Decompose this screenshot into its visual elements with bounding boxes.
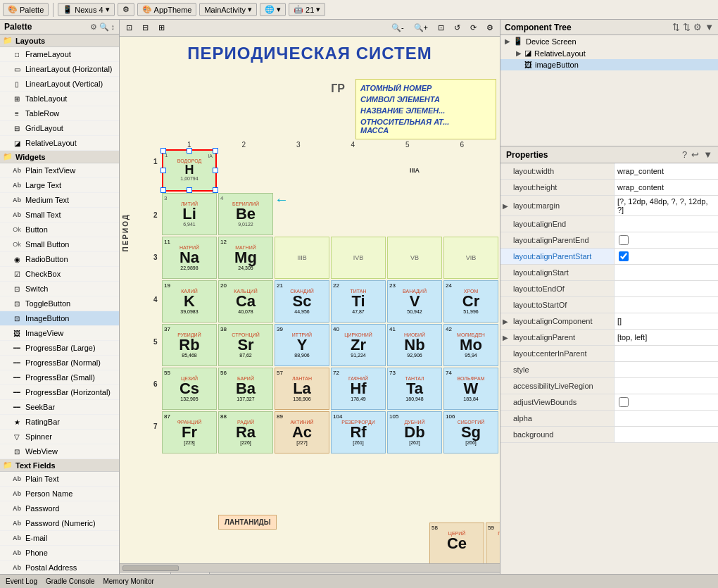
alignparentend-checkbox[interactable] [619, 235, 629, 245]
event-log-btn[interactable]: Event Log [6, 577, 37, 585]
element-ti-cell[interactable]: 22 ТИТАН Ti 47,87 [331, 280, 386, 323]
device-btn[interactable]: 📱 Nexus 4 ▾ [58, 3, 114, 16]
palette-item-progressbar-small[interactable]: ━━ ProgressBar (Small) [0, 370, 119, 385]
canvas-shrink-btn[interactable]: ⊟ [139, 21, 152, 35]
element-fr-cell[interactable]: 87 ФРАНЦИЙ Fr [223] [162, 411, 217, 453]
adjustviewbounds-checkbox[interactable] [619, 397, 629, 407]
palette-section-widgets[interactable]: 📁 Widgets [0, 151, 119, 163]
palette-item-plaintextview[interactable]: Ab Plain TextView [0, 163, 119, 178]
filter-tree-icon[interactable]: ▼ [705, 22, 714, 32]
sort-icon[interactable]: ↕ [111, 23, 115, 32]
palette-item-progressbar-normal[interactable]: ━━ ProgressBar (Normal) [0, 356, 119, 370]
palette-item-relativelayout[interactable]: ◪ RelativeLayout [0, 136, 119, 151]
palette-item-phone[interactable]: Ab Phone [0, 546, 119, 561]
palette-header-btn[interactable]: 🎨 Palette [3, 3, 49, 16]
gear-icon[interactable]: ⚙ [90, 23, 97, 32]
palette-item-personname[interactable]: Ab Person Name [0, 487, 119, 501]
palette-item-plaintext[interactable]: Ab Plain Text [0, 472, 119, 487]
canvas-content[interactable]: ПЕРИОДИЧЕСКАЯ СИСТЕМ 1 2 3 4 5 6 7 1 2 3… [120, 37, 500, 572]
scrollbar-thumb-h[interactable] [122, 565, 179, 571]
palette-item-largetext[interactable]: Ab Large Text [0, 178, 119, 193]
api-btn[interactable]: ⚙ [118, 3, 134, 16]
palette-item-linearlayout-v[interactable]: ▯ LinearLayout (Vertical) [0, 77, 119, 92]
element-k-cell[interactable]: 19 КАЛИЙ K 39,0983 [162, 280, 217, 323]
element-v-cell[interactable]: 23 ВАНАДИЙ V 50,942 [387, 280, 442, 323]
element-rf-cell[interactable]: 104 РЕЗЕРФОРДИ Rf [261] [331, 411, 386, 453]
handle-bm[interactable] [187, 187, 192, 193]
palette-item-mediumtext[interactable]: Ab Medium Text [0, 193, 119, 208]
palette-item-gridlayout[interactable]: ⊟ GridLayout [0, 121, 119, 136]
element-pr-cell[interactable]: 59 ПРАЗЕОДИМ Pr [486, 523, 500, 565]
zoom-in-btn[interactable]: 🔍+ [410, 21, 432, 35]
canvas-rotate-btn[interactable]: ↺ [451, 21, 464, 35]
palette-item-seekbar[interactable]: ━━ SeekBar [0, 400, 119, 415]
palette-item-postaladdress[interactable]: Ab Postal Address [0, 561, 119, 575]
handle-tm[interactable] [187, 148, 192, 154]
palette-item-spinner[interactable]: ▽ Spinner [0, 430, 119, 444]
palette-item-password[interactable]: Ab Password [0, 501, 119, 516]
palette-item-switch[interactable]: ⊡ Switch [0, 282, 119, 296]
palette-item-ratingbar[interactable]: ★ RatingBar [0, 415, 119, 430]
palette-item-togglebutton[interactable]: ⊡ ToggleButton [0, 296, 119, 311]
element-ca-cell[interactable]: 20 КАЛЬЦИЙ Ca 40,078 [218, 280, 273, 323]
palette-item-linearlayout-h[interactable]: ▭ LinearLayout (Horizontal) [0, 62, 119, 77]
canvas-fit-btn[interactable]: ⊞ [155, 21, 168, 35]
palette-item-smalltext[interactable]: Ab Small Text [0, 208, 119, 223]
palette-item-imagebutton[interactable]: ⊡ ImageButton [0, 311, 119, 326]
palette-section-layouts[interactable]: 📁 Layouts [0, 35, 119, 47]
palette-item-button[interactable]: Ok Button [0, 223, 119, 237]
element-sr-cell[interactable]: 38 СТРОНЦИЙ Sr 87,62 [218, 324, 273, 366]
canvas-refresh-btn[interactable]: ⟳ [467, 21, 480, 35]
element-sg-cell[interactable]: 106 СИБОРГИЙ Sg [266] [443, 411, 498, 453]
element-hf-cell[interactable]: 72 ГАФНИЙ Hf 178,49 [331, 368, 386, 410]
element-h-cell[interactable]: 1 IA ВОДОРОД H 1,00794 [162, 149, 217, 192]
palette-item-checkbox[interactable]: ☑ CheckBox [0, 267, 119, 282]
memory-monitor-btn[interactable]: Memory Monitor [103, 577, 154, 585]
element-mo-cell[interactable]: 42 МОЛИБДЕН Mo 95,94 [443, 324, 498, 366]
mainactivity-btn[interactable]: MainActivity ▾ [199, 3, 257, 16]
handle-mr[interactable] [213, 168, 218, 173]
zoom-out-btn[interactable]: 🔍- [388, 21, 408, 35]
canvas-expand-btn[interactable]: ⊡ [122, 21, 136, 35]
element-la-cell[interactable]: 57 ЛАНТАН La 138,906 [275, 368, 329, 410]
element-db-cell[interactable]: 105 ДУБНИЙ Db [262] [387, 411, 442, 453]
element-cs-cell[interactable]: 55 ЦЕЗИЙ Cs 132,905 [162, 368, 217, 410]
canvas-settings-btn[interactable]: ⚙ [483, 21, 497, 35]
palette-item-email[interactable]: Ab E-mail [0, 531, 119, 546]
palette-item-tablerow[interactable]: ≡ TableRow [0, 106, 119, 121]
handle-tl[interactable] [160, 148, 166, 154]
gear-tree-icon[interactable]: ⚙ [693, 22, 702, 32]
element-ac-cell[interactable]: 89 АКТИНИЙ Ac [227] [275, 411, 329, 453]
filter-props-icon[interactable]: ▼ [703, 149, 712, 160]
palette-item-radiobutton[interactable]: ◉ RadioButton [0, 252, 119, 267]
alignparentstart-checkbox[interactable] [619, 251, 629, 261]
element-ra-cell[interactable]: 88 РАДИЙ Ra [226] [218, 411, 273, 453]
element-cr-cell[interactable]: 24 ХРОМ Cr 51,996 [443, 280, 498, 323]
element-ba-cell[interactable]: 56 БАРИЙ Ba 137,327 [218, 368, 273, 410]
element-rb-cell[interactable]: 37 РУБИДИЙ Rb 85,468 [162, 324, 217, 366]
element-na-cell[interactable]: 11 НАТРИЙ Na 22,9898 [162, 237, 217, 279]
element-sc-cell[interactable]: 21 СКАНДИЙ Sc 44,956 [275, 280, 329, 323]
handle-bl[interactable] [160, 187, 166, 193]
handle-br[interactable] [213, 187, 218, 193]
element-ce-cell[interactable]: 58 ЦЕРИЙ Ce [429, 523, 484, 565]
element-y-cell[interactable]: 39 ИТТРИЙ Y 88,906 [275, 324, 329, 366]
element-li-cell[interactable]: 3 ЛИТИЙ Li 6,941 [162, 193, 217, 235]
palette-item-tablelayout[interactable]: ⊞ TableLayout [0, 92, 119, 106]
palette-item-framelayout[interactable]: □ FrameLayout [0, 47, 119, 62]
tree-item-devicescreen[interactable]: ▶ 📱 Device Screen [500, 35, 718, 47]
undo-icon[interactable]: ↩ [691, 149, 699, 160]
api-version-btn[interactable]: 🤖 21 ▾ [289, 3, 325, 16]
element-w-cell[interactable]: 74 ВОЛЬФРАМ W 183,84 [443, 368, 498, 410]
tree-item-imagebutton[interactable]: 🖼 imageButton [500, 59, 718, 70]
horizontal-scrollbar[interactable] [120, 563, 500, 572]
tree-item-relativelayout[interactable]: ▶ ◪ RelativeLayout [500, 47, 718, 59]
element-nb-cell[interactable]: 41 НИОБИЙ Nb 92,906 [387, 324, 442, 366]
apptheme-btn[interactable]: 🎨 AppTheme [137, 3, 197, 16]
palette-item-progressbar-h[interactable]: ━━ ProgressBar (Horizontal) [0, 385, 119, 400]
element-mg-cell[interactable]: 12 МАГНИЙ Mg 24,305 [218, 237, 273, 279]
sort-tree-icon2[interactable]: ⇅ [683, 22, 691, 32]
palette-item-password-numeric[interactable]: Ab Password (Numeric) [0, 516, 119, 531]
globe-btn[interactable]: 🌐 ▾ [260, 3, 286, 16]
gradle-console-btn[interactable]: Gradle Console [46, 577, 94, 585]
